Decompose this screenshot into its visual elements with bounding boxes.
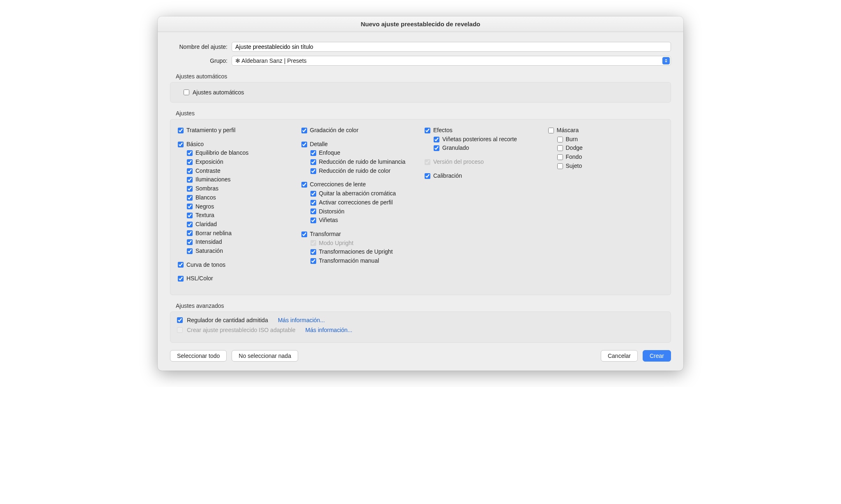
auto-adjust-label: Ajustes automáticos [193,89,244,96]
amount-slider-label: Regulador de cantidad admitida [187,317,268,323]
item-label: Sujeto [566,162,582,171]
settings-section-title: Ajustes [176,110,671,117]
group-checkbox[interactable] [178,276,184,282]
item-checkbox[interactable] [187,230,193,236]
iso-adaptive-checkbox[interactable] [177,327,183,333]
item-checkbox[interactable] [187,239,193,245]
dialog-title: Nuevo ajuste preestablecido de revelado [158,16,683,32]
dialog-window: Nuevo ajuste preestablecido de revelado … [158,16,683,371]
item-label: Sombras [195,184,218,193]
item-label: Iluminaciones [195,175,231,184]
item-checkbox[interactable] [434,145,439,151]
create-button[interactable]: Crear [643,350,671,362]
item-checkbox[interactable] [187,248,193,254]
group-label: Calibración [433,172,462,181]
group-label: Transformar [310,230,341,239]
item-label: Granulado [442,144,469,153]
group-checkbox[interactable] [425,128,430,133]
group-label: Correcciones de lente [310,180,366,189]
group-label: Máscara [557,126,579,135]
group-checkbox[interactable] [178,262,184,268]
group-checkbox[interactable] [301,231,307,237]
item-checkbox[interactable] [310,150,316,156]
item-checkbox[interactable] [310,258,316,264]
item-checkbox[interactable] [310,168,316,174]
item-label: Burn [566,135,578,144]
group-label: Versión del proceso [433,158,484,167]
group-label: Grupo: [170,57,232,64]
item-label: Reducción de ruido de color [319,167,391,176]
item-label: Intensidad [195,238,222,247]
select-all-button[interactable]: Seleccionar todo [170,350,227,362]
item-checkbox[interactable] [310,191,316,197]
iso-more-info-link[interactable]: Más información... [306,327,352,333]
preset-name-input[interactable] [232,42,671,52]
group-label: Gradación de color [310,126,358,135]
item-checkbox[interactable] [310,249,316,255]
settings-grid: Tratamiento y perfilBásicoEquilibrio de … [177,124,664,290]
preset-name-label: Nombre del ajuste: [170,44,232,50]
group-checkbox[interactable] [425,173,430,179]
item-checkbox[interactable] [187,168,193,174]
item-checkbox[interactable] [187,159,193,165]
item-label: Contraste [195,167,221,176]
amount-more-info-link[interactable]: Más información... [278,317,325,323]
cancel-button[interactable]: Cancelar [601,350,638,362]
group-checkbox[interactable] [301,182,307,188]
item-label: Enfoque [319,149,340,158]
group-label: Efectos [433,126,453,135]
item-checkbox[interactable] [187,150,193,156]
group-checkbox[interactable] [425,159,430,165]
item-checkbox[interactable] [310,200,316,206]
item-checkbox[interactable] [434,137,439,142]
group-select[interactable]: ✻ Aldebaran Sanz | Presets [232,56,671,66]
group-checkbox[interactable] [178,128,184,133]
group-label: HSL/Color [186,274,213,283]
group-checkbox[interactable] [301,128,307,133]
auto-adjust-checkbox[interactable] [184,89,189,95]
item-label: Activar correcciones de perfil [319,198,393,207]
chevron-updown-icon[interactable] [662,57,670,64]
item-checkbox[interactable] [557,137,563,142]
item-checkbox[interactable] [310,240,316,246]
item-checkbox[interactable] [310,218,316,223]
item-label: Transformación manual [319,257,379,266]
group-checkbox[interactable] [548,128,554,133]
item-label: Quitar la aberración cromática [319,189,396,198]
item-label: Viñetas posteriores al recorte [442,135,517,144]
item-label: Saturación [195,247,223,256]
item-label: Viñetas [319,216,338,225]
item-label: Modo Upright [319,239,354,248]
item-label: Equilibrio de blancos [195,149,248,158]
item-checkbox[interactable] [310,208,316,214]
item-label: Fondo [566,153,582,162]
advanced-section-title: Ajustes avanzados [176,302,671,309]
select-none-button[interactable]: No seleccionar nada [232,350,298,362]
item-label: Distorsión [319,207,345,216]
item-label: Reducción de ruido de luminancia [319,158,406,167]
item-checkbox[interactable] [310,159,316,165]
item-label: Blancos [195,193,216,202]
item-label: Borrar neblina [195,229,232,238]
group-checkbox[interactable] [301,142,307,147]
group-label: Tratamiento y perfil [186,126,235,135]
item-label: Transformaciones de Upright [319,247,393,257]
item-checkbox[interactable] [557,163,563,169]
item-checkbox[interactable] [187,222,193,227]
item-checkbox[interactable] [187,213,193,218]
item-checkbox[interactable] [187,204,193,209]
item-checkbox[interactable] [187,195,193,201]
item-label: Negros [195,202,214,211]
item-label: Textura [195,211,214,220]
iso-adaptive-label: Crear ajuste preestablecido ISO adaptabl… [187,327,296,333]
item-checkbox[interactable] [557,154,563,160]
item-checkbox[interactable] [187,186,193,192]
item-label: Exposición [195,158,223,167]
item-label: Dodge [566,144,583,153]
amount-slider-checkbox[interactable] [177,317,183,323]
item-checkbox[interactable] [557,145,563,151]
group-label: Detalle [310,140,328,149]
item-checkbox[interactable] [187,177,193,183]
item-label: Claridad [195,220,217,229]
group-checkbox[interactable] [178,142,184,147]
